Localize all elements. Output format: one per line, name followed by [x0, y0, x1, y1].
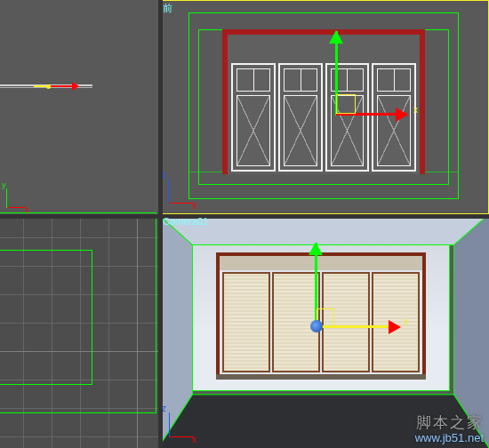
gizmo-hub[interactable] — [46, 84, 51, 89]
gizmo-x-axis[interactable] — [50, 85, 78, 87]
gizmo-x-label: x — [404, 316, 408, 326]
viewport-top[interactable] — [0, 214, 158, 448]
watermark-site-name: 脚本之家 — [415, 412, 484, 433]
viewport-left[interactable]: x y — [0, 0, 158, 214]
axis-y-label: y — [2, 180, 6, 189]
shoji-panel[interactable] — [222, 272, 270, 372]
viewport-front-label: 前 — [163, 2, 172, 15]
gizmo-x-label: x — [413, 105, 418, 115]
shoji-panel[interactable] — [231, 63, 276, 172]
viewport-divider-horizontal[interactable] — [0, 214, 489, 219]
watermark-site-url: www.jb51.net — [415, 431, 484, 444]
move-gizmo[interactable]: x — [314, 31, 421, 129]
selection-outline[interactable] — [0, 250, 92, 385]
viewport-front[interactable]: 前 — [158, 0, 489, 214]
watermark: 脚本之家 www.jb51.net — [415, 412, 484, 444]
viewport-grid: x y 前 — [0, 0, 489, 448]
move-gizmo[interactable] — [34, 73, 83, 100]
axis-tripod-icon: x y — [2, 186, 28, 212]
front-canvas[interactable]: x — [158, 0, 489, 214]
axis-x-label: x — [192, 201, 196, 211]
axis-tripod-icon: x z — [162, 173, 199, 211]
gizmo-y-axis[interactable] — [34, 85, 46, 87]
gizmo-hub[interactable] — [310, 320, 323, 332]
gizmo-xy-plane[interactable] — [336, 94, 356, 114]
viewport-camera-label: Camera01 — [163, 216, 208, 227]
axis-x-label: x — [192, 435, 196, 444]
axis-tripod-icon: x z — [162, 407, 199, 444]
